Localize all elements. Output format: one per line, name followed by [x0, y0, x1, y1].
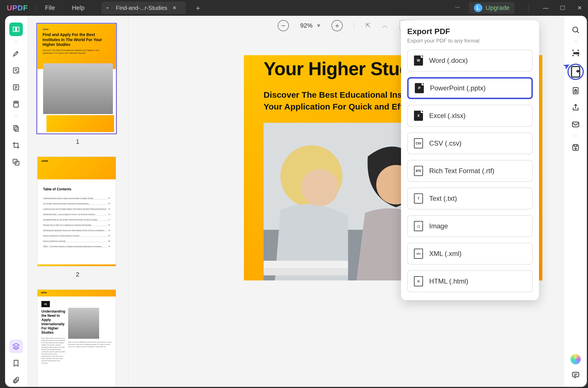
svg-rect-5: [15, 127, 19, 131]
file-type-icon: CSV: [414, 138, 423, 148]
file-type-icon: X: [414, 111, 423, 121]
thumbnail-panel: UPDF Find and Apply For the Best Institu…: [27, 16, 128, 387]
bookmark-button[interactable]: [9, 356, 23, 370]
chapter-chip: 01: [41, 301, 50, 307]
titlebar: UPDF File Help ▾ Find-and-...r-Studies ✕…: [0, 0, 588, 16]
email-button[interactable]: [569, 118, 582, 131]
export-option-label: PowerPoint (.pptx): [430, 84, 485, 92]
thumb-subtitle: Discover The Best Educational Institute …: [43, 49, 111, 55]
search-button[interactable]: [569, 24, 582, 36]
batch-tool-button[interactable]: [9, 155, 23, 169]
file-type-icon: </>: [414, 249, 423, 259]
svg-point-19: [573, 27, 578, 32]
chapter-heading: Understanding the Need to Apply Internat…: [41, 309, 65, 335]
layers-button[interactable]: [9, 340, 23, 353]
thumb-hero-image: [43, 63, 113, 114]
thumb-title: Find and Apply For the Best Institutes I…: [43, 32, 111, 47]
right-rail: OCR ➤: [564, 16, 587, 387]
export-option-0[interactable]: WWord (.docx): [407, 50, 533, 72]
export-option-1[interactable]: PPowerPoint (.pptx): [407, 77, 533, 99]
export-popover: Export PDF Export your PDF to any format…: [401, 20, 539, 300]
file-type-icon: H: [414, 276, 423, 286]
upgrade-label: Upgrade: [486, 4, 509, 12]
page-tools-button[interactable]: [9, 81, 23, 94]
ocr-button[interactable]: OCR: [569, 47, 582, 59]
export-option-2[interactable]: XExcel (.xlsx): [407, 105, 533, 127]
file-type-icon: W: [414, 55, 423, 66]
toc-row: Looking Into the Top 10 Subject Majors T…: [43, 208, 110, 210]
export-option-label: Rich Text Format (.rtf): [429, 167, 495, 175]
left-rail: [5, 16, 27, 387]
toc-row: Practical Tips to Help You in Applying f…: [43, 224, 110, 226]
thumb-number-1: 1: [37, 138, 118, 145]
export-pdf-button[interactable]: ➤: [567, 64, 584, 80]
save-button[interactable]: [569, 141, 582, 154]
titlebar-more-icon[interactable]: ﹀: [455, 4, 460, 12]
toc-row: Understanding the Need to Apply Internat…: [43, 197, 110, 199]
attachment-button[interactable]: [9, 373, 23, 387]
file-type-icon: T: [414, 193, 423, 204]
toc-row: The 15 Best Global Universities Leading …: [43, 203, 110, 205]
popover-subtitle: Export your PDF to any format: [407, 38, 533, 44]
prev-page-button[interactable]: ︿: [382, 21, 388, 30]
svg-rect-24: [573, 122, 579, 127]
file-type-icon: RTF: [414, 166, 423, 176]
comment-button[interactable]: [569, 369, 582, 381]
organize-pages-button[interactable]: [9, 122, 23, 135]
edit-text-button[interactable]: [9, 64, 23, 77]
document-tab[interactable]: ▾ Find-and-...r-Studies ✕: [101, 2, 186, 14]
export-option-4[interactable]: RTFRich Text Format (.rtf): [407, 160, 533, 182]
toc-row: Scholarship Rules for the 10 Best Global…: [43, 219, 110, 221]
window-close-icon[interactable]: ✕: [571, 5, 588, 11]
toc-heading: Table of Contents: [43, 187, 110, 191]
thumbnail-page-3[interactable]: UPDF 01 Understanding the Need to Apply …: [37, 289, 116, 387]
tab-dropdown-icon[interactable]: ▾: [106, 6, 108, 10]
export-option-label: Image: [429, 222, 448, 230]
export-option-label: CSV (.csv): [429, 139, 462, 147]
thumbnail-page-1[interactable]: UPDF Find and Apply For the Best Institu…: [37, 24, 116, 133]
user-avatar: L: [474, 4, 482, 12]
menu-help[interactable]: Help: [72, 4, 84, 12]
export-option-label: Excel (.xlsx): [429, 112, 466, 120]
svg-point-13: [301, 169, 338, 206]
export-option-label: HTML (.html): [429, 277, 468, 285]
thumb-logo: UPDF: [43, 28, 104, 31]
toc-row: Reviewing the Application Period and Off…: [43, 229, 110, 231]
thumbnail-page-2[interactable]: UPDF Table of Contents Understanding the…: [37, 157, 116, 266]
export-option-3[interactable]: CSVCSV (.csv): [407, 132, 533, 154]
app-logo: UPDF: [7, 4, 28, 12]
zoom-dropdown-icon[interactable]: ▾: [317, 22, 320, 29]
export-option-7[interactable]: </>XML (.xml): [407, 243, 533, 265]
crop-tool-button[interactable]: [9, 139, 23, 152]
zoom-value: 92%: [300, 22, 313, 29]
export-option-8[interactable]: HHTML (.html): [407, 270, 533, 292]
toc-row: Famous Institutions in Europe26: [43, 240, 110, 242]
upgrade-button[interactable]: L Upgrade: [469, 2, 514, 14]
toc-row: UPDF – The Perfect Solution to Prepare S…: [43, 246, 110, 247]
chapter-image: [68, 308, 99, 339]
first-page-button[interactable]: ⇱: [366, 22, 371, 29]
menu-file[interactable]: File: [45, 4, 55, 12]
ai-assistant-button[interactable]: [571, 354, 581, 364]
window-minimize-icon[interactable]: —: [537, 5, 554, 11]
zoom-out-button[interactable]: −: [278, 20, 289, 31]
svg-rect-26: [574, 145, 577, 146]
reader-mode-button[interactable]: [9, 23, 23, 36]
export-option-5[interactable]: TText (.txt): [407, 188, 533, 209]
window-maximize-icon[interactable]: ☐: [554, 5, 571, 11]
toc-row: Famous Institutions in North American Co…: [43, 235, 110, 237]
highlight-tool-button[interactable]: [9, 47, 23, 60]
zoom-in-button[interactable]: +: [331, 20, 343, 31]
form-tool-button[interactable]: [9, 97, 23, 111]
share-button[interactable]: [569, 101, 582, 114]
svg-rect-28: [573, 372, 579, 377]
export-option-6[interactable]: ▢Image: [407, 215, 533, 237]
new-tab-button[interactable]: ＋: [194, 3, 202, 13]
tab-close-icon[interactable]: ✕: [172, 5, 177, 11]
svg-rect-18: [264, 268, 348, 275]
toc-row: Scholarship Rules – How to Apply For One…: [43, 213, 110, 215]
tab-title: Find-and-...r-Studies: [116, 5, 167, 11]
file-type-icon: P: [415, 83, 424, 93]
protect-button[interactable]: [569, 84, 582, 97]
document-viewer: − 92% ▾ + ⇱ ︿ Your Higher Studies Discov…: [128, 16, 564, 387]
